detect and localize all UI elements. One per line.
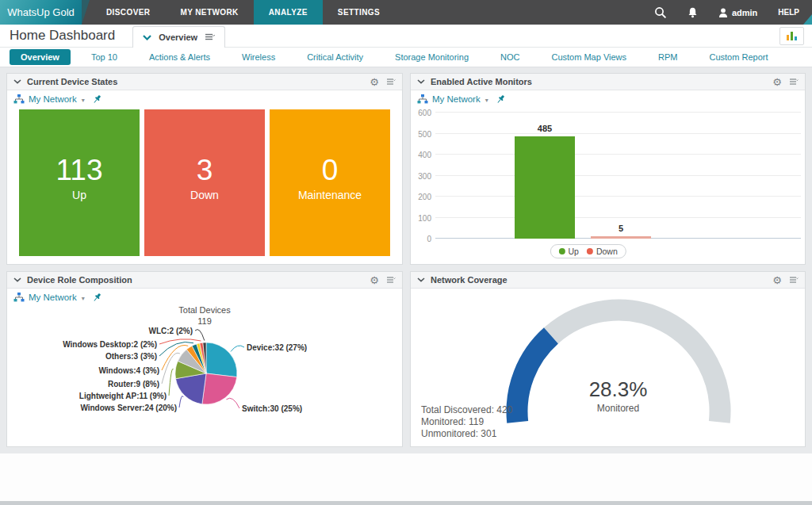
collapse-chevron-icon[interactable] — [13, 277, 21, 282]
collapse-chevron-icon[interactable] — [417, 277, 425, 282]
network-icon — [13, 293, 25, 302]
tile-down[interactable]: 3 Down — [144, 109, 265, 256]
nav-item-settings[interactable]: SETTINGS — [323, 0, 395, 25]
caret-down-icon[interactable]: ▾ — [82, 295, 85, 302]
tab-critical-activity[interactable]: Critical Activity — [296, 49, 374, 65]
tab-noc[interactable]: NOC — [489, 49, 530, 65]
tab-storage-monitoring[interactable]: Storage Monitoring — [384, 49, 480, 65]
gear-icon[interactable]: ⚙ — [370, 77, 379, 87]
list-menu-icon — [205, 33, 215, 41]
user-menu[interactable]: admin — [718, 8, 757, 17]
pin-icon[interactable] — [496, 94, 506, 105]
pie-label-windows: Windows:4 (3%) — [98, 366, 159, 375]
y-axis-tick: 300 — [418, 171, 431, 180]
pie-label-lightweight-ap: Lightweight AP:11 (9%) — [79, 392, 167, 400]
plot-area: 4855 — [435, 113, 801, 239]
panel-menu-icon[interactable] — [386, 277, 396, 284]
tile-maintenance[interactable]: 0 Maintenance — [270, 109, 390, 256]
nav-item-discover[interactable]: DISCOVER — [91, 0, 165, 25]
main-menu: DISCOVERMY NETWORKANALYZESETTINGS — [91, 0, 395, 25]
app-logo[interactable]: WhatsUp Gold — [0, 0, 82, 25]
gear-icon[interactable]: ⚙ — [370, 275, 379, 285]
bar-value-label: 5 — [619, 224, 623, 233]
pie-leader-line — [179, 396, 183, 407]
tab-overview[interactable]: Overview — [10, 49, 71, 65]
pie-label-windows-desktop: Windows Desktop:2 (2%) — [63, 340, 157, 349]
pin-icon[interactable] — [92, 94, 102, 105]
page-title: Home Dashboard — [10, 28, 115, 44]
gear-icon[interactable]: ⚙ — [772, 77, 782, 87]
bar-value-label: 485 — [538, 124, 552, 133]
tab-rpm[interactable]: RPM — [647, 49, 688, 65]
scope-selector[interactable]: My Network — [432, 94, 481, 104]
tab-wireless[interactable]: Wireless — [231, 49, 286, 65]
tab-top-10[interactable]: Top 10 — [80, 49, 128, 65]
gridline — [435, 196, 801, 197]
bar-down — [591, 236, 651, 239]
dashboard-header: Home Dashboard Overview — [0, 25, 812, 48]
caret-down-icon[interactable]: ▾ — [82, 97, 85, 104]
nav-item-my-network[interactable]: MY NETWORK — [165, 0, 253, 25]
search-icon[interactable] — [654, 6, 667, 19]
panel-menu-icon[interactable] — [386, 78, 396, 86]
gear-icon[interactable]: ⚙ — [772, 275, 782, 285]
gridline — [435, 154, 801, 155]
pie-slice-device — [206, 342, 237, 377]
top-navbar: WhatsUp Gold DISCOVERMY NETWORKANALYZESE… — [0, 0, 812, 25]
stat-line: Unmonitored: 301 — [421, 428, 512, 440]
scope-selector[interactable]: My Network — [29, 94, 77, 104]
notifications-bell-icon[interactable] — [688, 7, 698, 18]
coverage-stats: Total Discovered: 420Monitored: 119Unmon… — [421, 404, 512, 440]
tile-label: Up — [72, 189, 86, 201]
y-axis-tick: 400 — [418, 151, 431, 159]
tile-label: Down — [190, 189, 219, 201]
whatsup-gold-app: WhatsUp Gold DISCOVERMY NETWORKANALYZESE… — [0, 0, 812, 505]
gridline — [435, 112, 801, 113]
gridline — [435, 133, 801, 134]
tile-value: 113 — [56, 154, 103, 187]
pie-label-others: Others:3 (3%) — [105, 352, 157, 361]
legend-dot — [587, 248, 593, 254]
gridline — [435, 217, 801, 218]
chevron-down-icon — [143, 35, 151, 40]
pie-label-router: Router:9 (8%) — [108, 380, 159, 388]
y-axis: 0100200300400500600 — [411, 113, 431, 239]
legend-item-down: Down — [587, 247, 618, 256]
scope-selector[interactable]: My Network — [29, 293, 77, 302]
panel-title: Enabled Active Monitors — [431, 77, 532, 86]
pie-chart: Total Devices 119 Device:32 (27%)Switch:… — [7, 304, 402, 446]
dashboard-tabs: OverviewTop 10Actions & AlertsWirelessCr… — [0, 48, 812, 67]
stat-line: Total Discovered: 420 — [421, 404, 512, 416]
username: admin — [732, 8, 757, 17]
pie-leader-line — [231, 346, 244, 352]
help-link[interactable]: HELP — [778, 8, 799, 17]
y-axis-tick: 600 — [418, 109, 431, 117]
bar-up — [515, 136, 575, 239]
tab-actions-alerts[interactable]: Actions & Alerts — [138, 49, 221, 65]
panel-title: Device Role Composition — [27, 275, 132, 285]
view-selector-label: Overview — [159, 33, 197, 42]
collapse-chevron-icon[interactable] — [417, 79, 425, 84]
tab-custom-report[interactable]: Custom Report — [699, 49, 779, 65]
panel-title: Current Device States — [27, 77, 117, 86]
pie-svg: Device:32 (27%)Switch:30 (25%)Windows Se… — [7, 304, 402, 447]
panel-menu-icon[interactable] — [789, 277, 799, 284]
tab-custom-map-views[interactable]: Custom Map Views — [540, 49, 638, 65]
user-icon — [718, 8, 728, 17]
panel-menu-icon[interactable] — [789, 78, 799, 86]
panel-enabled-active-monitors: Enabled Active Monitors ⚙ My Network ▾ 0… — [410, 73, 806, 265]
tile-up[interactable]: 113 Up — [19, 109, 140, 256]
pie-leader-line — [159, 339, 201, 344]
caret-down-icon[interactable]: ▾ — [485, 97, 488, 104]
panel-current-device-states: Current Device States ⚙ My Network ▾ — [6, 73, 403, 265]
gauge-chart: 28.3% Monitored Total Discovered: 420Mon… — [411, 289, 805, 446]
pin-icon[interactable] — [92, 293, 102, 303]
dashboard-grid: Current Device States ⚙ My Network ▾ — [0, 67, 812, 453]
pie-label-switch: Switch:30 (25%) — [242, 404, 302, 413]
nav-item-analyze[interactable]: ANALYZE — [254, 0, 323, 25]
dashboard-chart-button[interactable] — [779, 27, 804, 45]
collapse-chevron-icon[interactable] — [13, 79, 21, 84]
y-axis-tick: 500 — [418, 129, 431, 138]
network-icon — [13, 94, 25, 104]
dashboard-view-selector[interactable]: Overview — [132, 26, 225, 48]
